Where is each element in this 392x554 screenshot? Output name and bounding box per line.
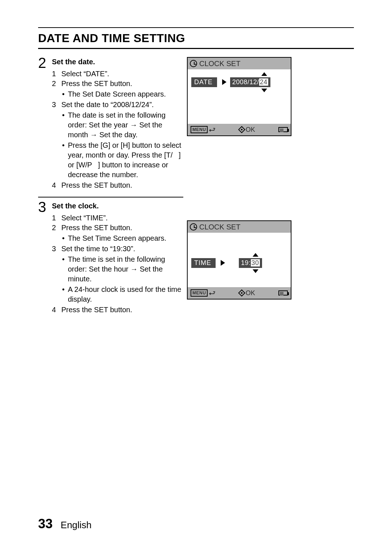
step-3-item-4: 4 Press the SET button. (52, 305, 132, 315)
lcd2-ok-group: OK (239, 289, 255, 297)
up-arrow-icon (253, 253, 258, 257)
step-3-number: 3 (38, 200, 52, 214)
lcd1-title-text: CLOCK SET (199, 60, 240, 68)
step-2-item-2-bullets: The Set Date Screen appears. (61, 89, 166, 99)
clock-icon (190, 223, 197, 231)
battery-icon (278, 127, 288, 132)
lcd1-value: 2008/12/24 (230, 77, 270, 87)
step-3-block: 3 Set the clock. 1 Select “TIME”. 2 Pres… (38, 201, 183, 315)
lcd1-ok-group: OK (239, 126, 255, 134)
step-2-item-1: 1 Select “DATE”. (52, 69, 109, 79)
step-3-body: Set the clock. 1 Select “TIME”. 2 Press … (52, 201, 183, 315)
lcd1-titlebar: CLOCK SET (188, 58, 291, 69)
menu-icon: MENU (191, 126, 208, 133)
page-language: English (61, 520, 91, 531)
menu-icon: MENU (191, 289, 208, 297)
battery-icon (278, 290, 288, 296)
lcd1-body: DATE 2008/12/24 (188, 69, 291, 124)
right-arrow-icon (221, 260, 225, 266)
lcd-clock-set-date: CLOCK SET DATE 2008/12/24 MENU ⮐ (187, 57, 291, 136)
lcd1-footer: MENU ⮐ OK (188, 124, 291, 135)
lcd2-titlebar: CLOCK SET (188, 221, 291, 233)
lcd2-title-text: CLOCK SET (199, 223, 240, 231)
step-2-heading: Set the date. (52, 57, 183, 67)
lcd1-ok-text: OK (246, 126, 255, 134)
lcd2-label: TIME (191, 258, 216, 268)
step-3-item-3-bullets: The time is set in the following order: … (61, 254, 183, 304)
step-2-number: 2 (38, 56, 52, 70)
step-3-heading: Set the clock. (52, 201, 183, 211)
step-2-item-4: 4 Press the SET button. (52, 180, 132, 190)
up-arrow-icon (261, 72, 267, 76)
lcd2-value: 19:30 (239, 258, 262, 268)
title-rule (38, 48, 354, 49)
lcd1-row: DATE 2008/12/24 (191, 77, 270, 87)
step-2-item-3: 3 Set the date to “2008/12/24”. The date… (52, 100, 183, 180)
content: 2 Set the date. 1 Select “DATE”. 2 Press… (38, 57, 354, 315)
step-3-list: 1 Select “TIME”. 2 Press the SET button.… (52, 213, 183, 315)
page-number: 33 (38, 516, 53, 531)
step-2-item-2: 2 Press the SET button. The Set Date Scr… (52, 79, 166, 100)
lcd1-menu-badge: MENU ⮐ (191, 126, 216, 134)
lcd2-ok-text: OK (246, 289, 255, 297)
manual-page: DATE AND TIME SETTING 2 Set the date. 1 … (38, 27, 354, 315)
step-3-item-2-bullets: The Set Time Screen appears. (61, 233, 166, 243)
step-3-item-1: 1 Select “TIME”. (52, 213, 108, 223)
step-2-item-3-bullets: The date is set in the following order: … (61, 110, 183, 180)
down-arrow-icon (253, 269, 258, 273)
step-3-item-2: 2 Press the SET button. The Set Time Scr… (52, 223, 166, 244)
dpad-icon (238, 289, 245, 297)
back-icon: ⮐ (209, 289, 216, 297)
page-footer: 33 English (38, 516, 91, 531)
lcd2-footer: MENU ⮐ OK (188, 287, 291, 299)
lcd2-row: TIME 19:30 (191, 257, 262, 268)
right-arrow-icon (222, 79, 226, 85)
top-rule (38, 27, 354, 28)
lcd2-body: TIME 19:30 (188, 233, 291, 287)
lcd2-menu-badge: MENU ⮐ (191, 289, 216, 297)
step-2-block: 2 Set the date. 1 Select “DATE”. 2 Press… (38, 57, 183, 190)
step-separator (38, 197, 183, 197)
clock-icon (190, 60, 197, 67)
down-arrow-icon (261, 89, 267, 92)
dpad-icon (238, 126, 245, 133)
page-title: DATE AND TIME SETTING (38, 32, 354, 45)
step-2-list: 1 Select “DATE”. 2 Press the SET button.… (52, 69, 183, 190)
step-2-body: Set the date. 1 Select “DATE”. 2 Press t… (52, 57, 183, 190)
lcd-clock-set-time: CLOCK SET TIME 19:30 MENU ⮐ (187, 220, 291, 300)
lcd1-label: DATE (191, 77, 217, 87)
back-icon: ⮐ (209, 126, 216, 134)
step-3-item-3: 3 Set the time to “19:30”. The time is s… (52, 244, 183, 305)
